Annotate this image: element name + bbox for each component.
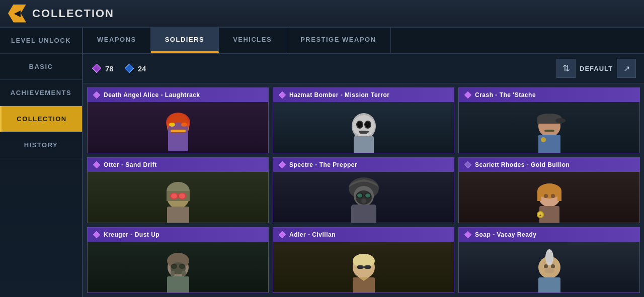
svg-point-28: [555, 118, 566, 123]
svg-rect-22: [360, 133, 367, 134]
svg-marker-3: [126, 65, 133, 72]
svg-point-70: [172, 265, 176, 268]
sidebar-item-level-unlock[interactable]: LEVEL UNLOCK: [0, 28, 82, 54]
card-diamond-icon: [93, 161, 101, 169]
soldier-card-spectre[interactable]: Spectre - The Prepper: [273, 157, 454, 223]
soldier-name-soap: Soap - Vacay Ready: [475, 231, 536, 238]
soldier-name-alice: Death Angel Alice - Laughtrack: [104, 91, 200, 98]
svg-rect-78: [357, 265, 363, 269]
soldier-name-kreuger: Kreuger - Dust Up: [104, 231, 159, 238]
blue-diamond-icon: [124, 63, 135, 74]
svg-point-19: [357, 122, 362, 128]
currency-bar: 78 24 ⇅ DEFAULT ↗: [83, 54, 644, 83]
tab-soldiers[interactable]: SOLDIERS: [151, 28, 219, 53]
tab-prestige-weapon[interactable]: PRESTIGE WEAPON: [286, 28, 390, 53]
svg-point-49: [365, 193, 370, 197]
default-label: DEFAULT: [580, 65, 613, 72]
card-header-soap: Soap - Vacay Ready: [459, 228, 639, 242]
soldier-image-crash: [459, 102, 639, 153]
svg-rect-21: [359, 131, 369, 133]
svg-rect-89: [538, 277, 560, 293]
soldier-image-otter: [88, 172, 268, 223]
soldier-card-alice[interactable]: Death Angel Alice - Laughtrack: [87, 87, 269, 153]
soldier-card-otter[interactable]: Otter - Sand Drift: [87, 157, 269, 223]
soldier-card-crash[interactable]: Crash - The 'Stache: [458, 87, 640, 153]
soldier-image-hazmat: [273, 102, 454, 153]
soldier-name-adler: Adler - Civilian: [289, 231, 336, 238]
sidebar-item-achievements[interactable]: ACHIEVEMENTS: [0, 80, 82, 106]
soldier-name-spectre: Spectre - The Prepper: [289, 161, 357, 168]
svg-rect-72: [171, 271, 175, 276]
svg-point-12: [181, 123, 187, 127]
card-diamond-icon: [278, 91, 286, 99]
content-area: WEAPONS SOLDIERS VEHICLES PRESTIGE WEAPO…: [83, 28, 644, 297]
card-header-adler: Adler - Civilian: [273, 228, 454, 242]
purple-count: 78: [105, 64, 114, 73]
svg-point-48: [357, 193, 362, 197]
sort-button[interactable]: ⇅: [556, 59, 576, 78]
soldier-name-scarlett: Scarlett Rhodes - Gold Bullion: [475, 161, 570, 168]
svg-rect-30: [538, 135, 560, 154]
share-button[interactable]: ↗: [617, 59, 636, 78]
soldier-image-soap: [459, 242, 639, 293]
blue-count: 24: [138, 64, 146, 73]
soldier-image-scarlett: ✦: [459, 172, 639, 223]
tab-vehicles[interactable]: VEHICLES: [219, 28, 286, 53]
svg-point-71: [180, 265, 184, 268]
svg-marker-82: [464, 231, 471, 238]
svg-rect-29: [544, 130, 554, 132]
page-title: COLLECTION: [32, 7, 114, 20]
soldier-name-otter: Otter - Sand Drift: [104, 161, 157, 168]
soldier-card-kreuger[interactable]: Kreuger - Dust Up: [87, 227, 269, 293]
svg-point-39: [171, 193, 177, 199]
svg-marker-75: [279, 231, 286, 238]
soldier-card-adler[interactable]: Adler - Civilian: [273, 227, 454, 293]
svg-point-87: [551, 264, 555, 268]
blue-currency: 24: [124, 63, 146, 74]
purple-diamond-icon: [91, 63, 102, 74]
share-icon: ↗: [623, 64, 630, 73]
card-diamond-icon: [278, 231, 286, 239]
soldier-image-kreuger: [88, 242, 268, 293]
card-header-alice: Death Angel Alice - Laughtrack: [88, 88, 268, 102]
card-diamond-icon: [93, 231, 101, 239]
card-diamond-icon: [464, 161, 472, 169]
toolbar-right: ⇅ DEFAULT ↗: [556, 59, 636, 78]
sidebar-item-history[interactable]: HISTORY: [0, 132, 82, 158]
sidebar-item-basic[interactable]: BASIC: [0, 54, 82, 80]
sort-icon: ⇅: [562, 63, 570, 74]
soldier-card-scarlett[interactable]: Scarlett Rhodes - Gold Bullion: [458, 157, 640, 223]
back-button[interactable]: ◀: [8, 5, 26, 23]
soldier-image-alice: [88, 102, 268, 153]
svg-point-86: [544, 264, 548, 268]
purple-currency: 78: [91, 63, 114, 74]
svg-rect-51: [351, 205, 376, 224]
soldier-card-soap[interactable]: Soap - Vacay Ready: [458, 227, 640, 293]
card-diamond-icon: [93, 91, 101, 99]
svg-rect-23: [354, 136, 374, 154]
svg-rect-56: [537, 191, 541, 201]
svg-rect-57: [557, 191, 561, 201]
card-diamond-icon: [464, 231, 472, 239]
svg-point-11: [169, 123, 175, 127]
tabs-bar: WEAPONS SOLDIERS VEHICLES PRESTIGE WEAPO…: [83, 28, 644, 54]
svg-marker-64: [93, 231, 100, 238]
soldier-image-adler: [273, 242, 454, 293]
svg-rect-41: [167, 207, 189, 224]
svg-marker-4: [93, 91, 100, 98]
svg-marker-24: [464, 91, 471, 98]
svg-marker-1: [93, 65, 100, 72]
soldier-card-hazmat[interactable]: Hazmat Bomber - Mission Terror: [273, 87, 454, 153]
svg-rect-85: [546, 252, 552, 262]
svg-rect-79: [365, 265, 371, 269]
svg-marker-42: [279, 161, 286, 168]
sidebar-item-collection[interactable]: COLLECTION: [0, 106, 82, 132]
soldier-image-spectre: [273, 172, 454, 223]
tab-weapons[interactable]: WEAPONS: [83, 28, 151, 53]
svg-rect-13: [171, 130, 186, 132]
card-header-hazmat: Hazmat Bomber - Mission Terror: [273, 88, 454, 102]
main-layout: LEVEL UNLOCK BASIC ACHIEVEMENTS COLLECTI…: [0, 28, 644, 297]
card-header-spectre: Spectre - The Prepper: [273, 158, 454, 172]
svg-marker-32: [93, 161, 100, 168]
svg-rect-73: [182, 271, 186, 276]
